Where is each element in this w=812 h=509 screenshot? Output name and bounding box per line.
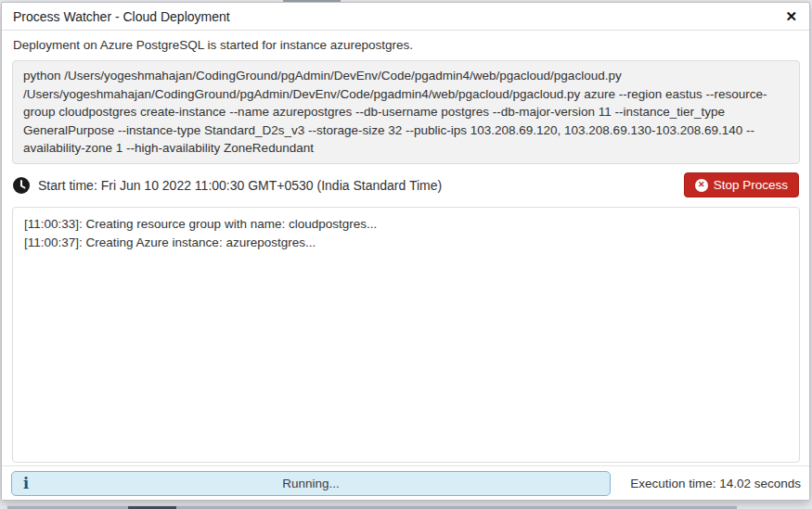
stop-circle-x-icon: ✕ <box>695 179 708 192</box>
dialog-footer: i Running... Execution time: 14.02 secon… <box>2 465 809 500</box>
execution-time-label: Execution time: 14.02 seconds <box>630 466 801 501</box>
close-icon[interactable]: ✕ <box>785 3 797 31</box>
dialog-titlebar: Process Watcher - Cloud Deployment ✕ <box>2 3 809 31</box>
dialog-body: Deployment on Azure PostgreSQL is starte… <box>2 31 809 463</box>
clock-icon <box>13 177 30 194</box>
status-banner: i Running... <box>11 471 611 496</box>
deployment-status-text: Deployment on Azure PostgreSQL is starte… <box>13 37 800 53</box>
stop-process-label: Stop Process <box>714 178 788 192</box>
log-line: [11:00:33]: Creating resource group with… <box>24 215 788 234</box>
background-window-fragment-bottom <box>7 505 737 509</box>
start-time-label: Start time: Fri Jun 10 2022 11:00:30 GMT… <box>38 178 442 193</box>
dialog-title: Process Watcher - Cloud Deployment <box>13 9 230 24</box>
stop-process-button[interactable]: ✕ Stop Process <box>684 172 799 197</box>
process-log-output: [11:00:33]: Creating resource group with… <box>12 207 800 463</box>
status-running-label: Running... <box>12 472 610 495</box>
command-text-box: python /Users/yogeshmahajan/CodingGround… <box>12 60 800 164</box>
start-time-row: Start time: Fri Jun 10 2022 11:00:30 GMT… <box>13 172 799 198</box>
log-line: [11:00:37]: Creating Azure instance: azu… <box>24 234 788 252</box>
process-watcher-dialog: Process Watcher - Cloud Deployment ✕ Dep… <box>1 2 810 501</box>
info-icon: i <box>23 475 29 492</box>
